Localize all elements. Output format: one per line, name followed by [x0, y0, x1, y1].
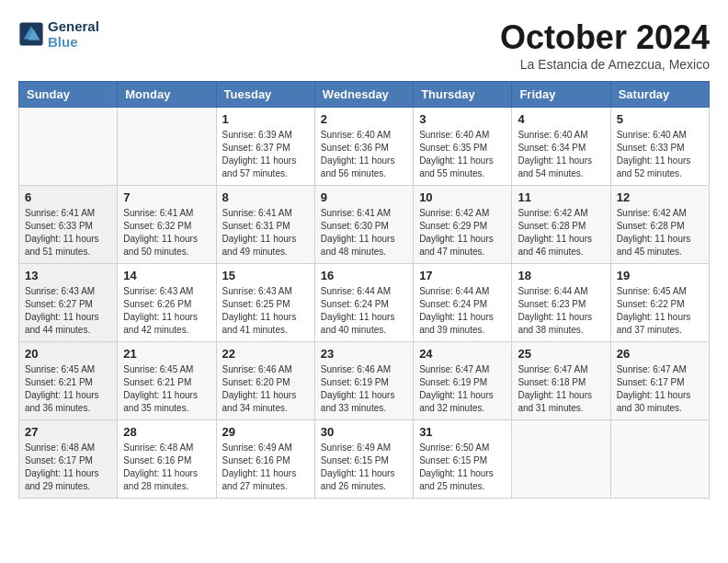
month-title: October 2024 [500, 18, 710, 57]
calendar-cell [19, 108, 118, 186]
cell-content: Sunrise: 6:45 AMSunset: 6:22 PMDaylight:… [617, 285, 703, 337]
cell-content: Sunrise: 6:45 AMSunset: 6:21 PMDaylight:… [123, 363, 210, 415]
calendar-cell: 29Sunrise: 6:49 AMSunset: 6:16 PMDayligh… [216, 420, 314, 499]
calendar-cell: 7Sunrise: 6:41 AMSunset: 6:32 PMDaylight… [118, 186, 216, 264]
day-number: 6 [25, 190, 111, 204]
day-number: 20 [25, 347, 111, 361]
day-number: 23 [321, 347, 407, 361]
cell-content: Sunrise: 6:41 AMSunset: 6:31 PMDaylight:… [222, 207, 309, 259]
cell-content: Sunrise: 6:47 AMSunset: 6:18 PMDaylight:… [518, 363, 604, 415]
title-section: October 2024 La Estancia de Amezcua, Mex… [500, 18, 710, 72]
day-number: 27 [25, 425, 111, 439]
cell-content: Sunrise: 6:44 AMSunset: 6:24 PMDaylight:… [419, 285, 506, 337]
weekday-header: Tuesday [216, 82, 314, 108]
cell-content: Sunrise: 6:42 AMSunset: 6:29 PMDaylight:… [419, 207, 506, 259]
cell-content: Sunrise: 6:43 AMSunset: 6:26 PMDaylight:… [123, 285, 210, 337]
day-number: 9 [321, 190, 407, 204]
calendar-cell: 16Sunrise: 6:44 AMSunset: 6:24 PMDayligh… [314, 264, 413, 342]
cell-content: Sunrise: 6:42 AMSunset: 6:28 PMDaylight:… [617, 207, 703, 259]
weekday-header: Sunday [19, 82, 118, 108]
logo: General Blue [18, 18, 99, 50]
cell-content: Sunrise: 6:41 AMSunset: 6:33 PMDaylight:… [25, 207, 111, 259]
cell-content: Sunrise: 6:44 AMSunset: 6:23 PMDaylight:… [518, 285, 604, 337]
day-number: 18 [518, 269, 604, 282]
logo-icon [18, 21, 44, 47]
weekday-header-row: SundayMondayTuesdayWednesdayThursdayFrid… [19, 82, 710, 108]
calendar-cell: 26Sunrise: 6:47 AMSunset: 6:17 PMDayligh… [610, 342, 709, 420]
calendar-cell: 17Sunrise: 6:44 AMSunset: 6:24 PMDayligh… [414, 264, 512, 342]
calendar-cell: 12Sunrise: 6:42 AMSunset: 6:28 PMDayligh… [610, 186, 709, 264]
day-number: 30 [321, 425, 407, 439]
weekday-header: Saturday [610, 82, 709, 108]
cell-content: Sunrise: 6:40 AMSunset: 6:33 PMDaylight:… [617, 129, 703, 180]
cell-content: Sunrise: 6:47 AMSunset: 6:19 PMDaylight:… [419, 363, 506, 415]
day-number: 25 [518, 347, 604, 361]
calendar-cell: 9Sunrise: 6:41 AMSunset: 6:30 PMDaylight… [314, 186, 413, 264]
cell-content: Sunrise: 6:47 AMSunset: 6:17 PMDaylight:… [617, 363, 703, 415]
day-number: 26 [617, 347, 703, 361]
day-number: 17 [419, 269, 506, 282]
day-number: 13 [25, 269, 111, 282]
calendar-cell: 23Sunrise: 6:46 AMSunset: 6:19 PMDayligh… [314, 342, 413, 420]
weekday-header: Thursday [414, 82, 512, 108]
calendar-cell: 18Sunrise: 6:44 AMSunset: 6:23 PMDayligh… [512, 264, 610, 342]
cell-content: Sunrise: 6:46 AMSunset: 6:19 PMDaylight:… [321, 363, 407, 415]
calendar-cell: 6Sunrise: 6:41 AMSunset: 6:33 PMDaylight… [19, 186, 118, 264]
day-number: 2 [321, 112, 407, 126]
cell-content: Sunrise: 6:39 AMSunset: 6:37 PMDaylight:… [222, 129, 309, 180]
day-number: 5 [617, 112, 703, 126]
calendar-cell: 5Sunrise: 6:40 AMSunset: 6:33 PMDaylight… [610, 108, 709, 186]
week-row: 27Sunrise: 6:48 AMSunset: 6:17 PMDayligh… [19, 420, 710, 499]
cell-content: Sunrise: 6:48 AMSunset: 6:17 PMDaylight:… [25, 442, 111, 493]
cell-content: Sunrise: 6:50 AMSunset: 6:15 PMDaylight:… [419, 442, 506, 493]
calendar-cell: 27Sunrise: 6:48 AMSunset: 6:17 PMDayligh… [19, 420, 118, 499]
day-number: 24 [419, 347, 506, 361]
calendar-cell: 2Sunrise: 6:40 AMSunset: 6:36 PMDaylight… [314, 108, 413, 186]
calendar-cell: 11Sunrise: 6:42 AMSunset: 6:28 PMDayligh… [512, 186, 610, 264]
cell-content: Sunrise: 6:46 AMSunset: 6:20 PMDaylight:… [222, 363, 309, 415]
day-number: 19 [617, 269, 703, 282]
calendar-cell [610, 420, 709, 499]
day-number: 11 [518, 190, 604, 204]
calendar-cell: 28Sunrise: 6:48 AMSunset: 6:16 PMDayligh… [118, 420, 216, 499]
weekday-header: Monday [118, 82, 216, 108]
calendar-cell: 25Sunrise: 6:47 AMSunset: 6:18 PMDayligh… [512, 342, 610, 420]
cell-content: Sunrise: 6:41 AMSunset: 6:32 PMDaylight:… [123, 207, 210, 259]
cell-content: Sunrise: 6:43 AMSunset: 6:25 PMDaylight:… [222, 285, 309, 337]
day-number: 31 [419, 425, 506, 439]
calendar-cell: 1Sunrise: 6:39 AMSunset: 6:37 PMDaylight… [216, 108, 314, 186]
day-number: 4 [518, 112, 604, 126]
day-number: 12 [617, 190, 703, 204]
day-number: 7 [123, 190, 210, 204]
cell-content: Sunrise: 6:40 AMSunset: 6:35 PMDaylight:… [419, 129, 506, 180]
calendar-table: SundayMondayTuesdayWednesdayThursdayFrid… [18, 81, 710, 499]
day-number: 28 [123, 425, 210, 439]
week-row: 13Sunrise: 6:43 AMSunset: 6:27 PMDayligh… [19, 264, 710, 342]
cell-content: Sunrise: 6:45 AMSunset: 6:21 PMDaylight:… [25, 363, 111, 415]
day-number: 21 [123, 347, 210, 361]
calendar-cell: 19Sunrise: 6:45 AMSunset: 6:22 PMDayligh… [610, 264, 709, 342]
day-number: 8 [222, 190, 309, 204]
location-subtitle: La Estancia de Amezcua, Mexico [500, 57, 710, 72]
calendar-cell: 21Sunrise: 6:45 AMSunset: 6:21 PMDayligh… [118, 342, 216, 420]
cell-content: Sunrise: 6:44 AMSunset: 6:24 PMDaylight:… [321, 285, 407, 337]
day-number: 15 [222, 269, 309, 282]
cell-content: Sunrise: 6:40 AMSunset: 6:36 PMDaylight:… [321, 129, 407, 180]
day-number: 1 [222, 112, 309, 126]
calendar-cell: 20Sunrise: 6:45 AMSunset: 6:21 PMDayligh… [19, 342, 118, 420]
calendar-cell: 3Sunrise: 6:40 AMSunset: 6:35 PMDaylight… [414, 108, 512, 186]
logo-text: General Blue [48, 18, 99, 50]
day-number: 16 [321, 269, 407, 282]
calendar-cell: 13Sunrise: 6:43 AMSunset: 6:27 PMDayligh… [19, 264, 118, 342]
calendar-cell: 15Sunrise: 6:43 AMSunset: 6:25 PMDayligh… [216, 264, 314, 342]
day-number: 10 [419, 190, 506, 204]
calendar-cell: 31Sunrise: 6:50 AMSunset: 6:15 PMDayligh… [414, 420, 512, 499]
day-number: 22 [222, 347, 309, 361]
calendar-cell: 30Sunrise: 6:49 AMSunset: 6:15 PMDayligh… [314, 420, 413, 499]
weekday-header: Friday [512, 82, 610, 108]
calendar-cell: 10Sunrise: 6:42 AMSunset: 6:29 PMDayligh… [414, 186, 512, 264]
calendar-cell [118, 108, 216, 186]
week-row: 1Sunrise: 6:39 AMSunset: 6:37 PMDaylight… [19, 108, 710, 186]
cell-content: Sunrise: 6:42 AMSunset: 6:28 PMDaylight:… [518, 207, 604, 259]
calendar-cell: 24Sunrise: 6:47 AMSunset: 6:19 PMDayligh… [414, 342, 512, 420]
